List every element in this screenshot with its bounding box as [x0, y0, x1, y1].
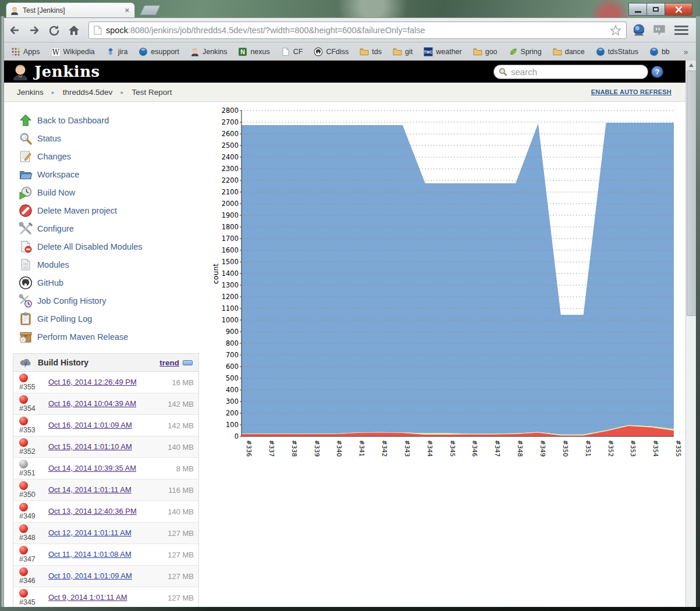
maximize-button[interactable] — [646, 3, 665, 16]
sidebar-item-job-config-history[interactable]: Job Config History — [19, 292, 205, 310]
folder-icon — [473, 47, 482, 56]
sidebar-item-perform-maven-release[interactable]: Perform Maven Release — [19, 328, 205, 346]
help-icon[interactable]: ? — [651, 66, 663, 78]
bookmark-item[interactable]: WWikipedia — [48, 46, 98, 58]
build-status-ball-icon[interactable] — [19, 481, 28, 490]
sidebar-item-build-now[interactable]: Build Now — [19, 183, 205, 201]
sidebar-item-back-to-dashboard[interactable]: Back to Dashboard — [19, 111, 205, 129]
build-status: #348 — [17, 524, 48, 542]
svg-text:TWC: TWC — [424, 50, 433, 54]
minimize-button[interactable] — [628, 3, 647, 16]
bookmarks-overflow-button[interactable]: » — [684, 47, 688, 56]
build-status-ball-icon[interactable] — [19, 567, 28, 576]
bookmark-item[interactable]: esupport — [136, 46, 182, 58]
build-date-link[interactable]: Oct 9, 2014 1:01:11 AM — [48, 593, 145, 602]
bookmark-item[interactable]: TWCweather — [421, 46, 464, 58]
enable-auto-refresh-link[interactable]: ENABLE AUTO REFRESH — [591, 88, 671, 95]
svg-text:700: 700 — [226, 351, 239, 359]
sidebar-item-github[interactable]: GitHub — [19, 273, 205, 292]
build-row: #347Oct 11, 2014 1:01:08 AM127 MB — [13, 544, 198, 566]
bookmark-label: dance — [565, 48, 585, 56]
svg-text:#351: #351 — [585, 440, 592, 457]
build-status-ball-icon[interactable] — [19, 503, 28, 511]
sidebar-item-delete-all-disabled-modules[interactable]: Delete All Disabled Modules — [19, 237, 205, 255]
build-number: #350 — [19, 491, 35, 499]
build-status-ball-icon[interactable] — [19, 395, 28, 404]
test-trend-chart[interactable]: 0100200300400500600700800900100011001200… — [211, 108, 683, 480]
chrome-menu-button[interactable] — [674, 24, 688, 36]
svg-text:1500: 1500 — [222, 258, 239, 266]
build-date-link[interactable]: Oct 14, 2014 1:01:11 AM — [48, 485, 145, 495]
build-status: #347 — [17, 546, 48, 563]
sidebar-item-delete-maven-project[interactable]: Delete Maven project — [19, 201, 205, 219]
bookmark-item[interactable]: git — [390, 46, 415, 58]
build-row: #350Oct 14, 2014 1:01:11 AM116 MB — [13, 479, 198, 501]
sphere-icon — [596, 47, 605, 56]
bookmark-item[interactable]: Nnexus — [235, 46, 272, 58]
search-icon — [499, 68, 507, 76]
build-status-ball-icon[interactable] — [19, 546, 28, 555]
sidebar-item-label: Workspace — [37, 170, 79, 179]
jenkins-brand[interactable]: Jenkins — [34, 63, 100, 80]
browser-tab[interactable]: Test [Jenkins] × — [6, 2, 135, 17]
bookmark-star-icon[interactable] — [610, 24, 621, 36]
extension-chat-icon[interactable] — [652, 23, 667, 38]
bookmark-item[interactable]: Apps — [8, 46, 43, 58]
build-date-link[interactable]: Oct 12, 2014 1:01:11 AM — [48, 528, 145, 538]
build-date-link[interactable]: Oct 11, 2014 1:01:08 AM — [48, 550, 145, 559]
folder-icon — [360, 47, 369, 56]
forward-button[interactable] — [26, 22, 43, 39]
search-box[interactable] — [493, 65, 648, 79]
bookmark-item[interactable]: CF — [278, 46, 306, 58]
home-button[interactable] — [65, 22, 83, 39]
sidebar-item-changes[interactable]: Changes — [19, 147, 205, 165]
build-date-link[interactable]: Oct 13, 2014 12:40:36 PM — [48, 507, 145, 516]
search-input[interactable] — [510, 66, 643, 77]
scrollbar-up-button[interactable] — [686, 61, 697, 70]
address-bar[interactable]: spock:8080/jenkins/job/thredds4.5dev/tes… — [88, 22, 627, 39]
bookmark-item[interactable]: CFdiss — [311, 46, 351, 58]
build-status-ball-icon[interactable] — [19, 438, 28, 447]
breadcrumb-item[interactable]: thredds4.5dev — [63, 88, 113, 97]
bookmark-item[interactable]: Spring — [506, 46, 545, 58]
build-date-link[interactable]: Oct 16, 2014 10:04:39 AM — [48, 399, 145, 408]
build-date-link[interactable]: Oct 14, 2014 10:39:35 AM — [48, 464, 145, 473]
sidebar-item-label: Perform Maven Release — [37, 332, 128, 342]
breadcrumb-item[interactable]: Jenkins — [17, 88, 44, 97]
sidebar-item-git-polling-log[interactable]: Git Polling Log — [19, 310, 205, 328]
new-tab-button[interactable] — [140, 5, 161, 15]
bookmark-item[interactable]: bb — [646, 46, 673, 58]
sidebar-item-configure[interactable]: Configure — [19, 219, 205, 237]
close-button[interactable] — [665, 3, 692, 16]
build-status-ball-icon[interactable] — [19, 417, 28, 425]
build-date-link[interactable]: Oct 16, 2014 1:01:09 AM — [48, 421, 145, 430]
scrollbar-thumb[interactable] — [687, 70, 697, 316]
build-status-ball-icon[interactable] — [19, 374, 28, 382]
bookmark-label: goo — [485, 48, 498, 56]
tab-close-icon[interactable]: × — [123, 6, 131, 15]
bookmark-item[interactable]: dance — [550, 46, 588, 58]
bookmark-item[interactable]: tds — [357, 46, 385, 58]
bookmark-item[interactable]: goo — [470, 46, 500, 58]
extension-globe-icon[interactable] — [631, 23, 646, 38]
bookmark-item[interactable]: jira — [103, 46, 131, 58]
bookmark-item[interactable]: tdsStatus — [593, 46, 641, 58]
sidebar-item-modules[interactable]: Modules — [19, 255, 205, 273]
back-button[interactable] — [6, 22, 23, 39]
build-date-link[interactable]: Oct 10, 2014 1:01:09 AM — [48, 571, 145, 581]
sidebar-item-workspace[interactable]: Workspace — [19, 165, 205, 183]
passed-area[interactable] — [241, 123, 674, 435]
build-date-link[interactable]: Oct 15, 2014 1:01:10 AM — [48, 442, 145, 452]
svg-text:1600: 1600 — [222, 246, 239, 254]
page-scrollbar — [685, 61, 697, 607]
breadcrumb-item[interactable]: Test Report — [132, 88, 172, 97]
build-status-ball-icon[interactable] — [19, 524, 28, 533]
bookmark-item[interactable]: Jenkins — [187, 46, 230, 58]
sidebar-item-status[interactable]: Status — [19, 129, 205, 147]
build-date-link[interactable]: Oct 16, 2014 12:26:49 PM — [48, 378, 145, 387]
reload-button[interactable] — [45, 22, 63, 39]
build-status-ball-icon[interactable] — [19, 460, 28, 468]
trend-link[interactable]: trend — [159, 358, 179, 367]
jenkins-logo-icon[interactable] — [11, 62, 30, 81]
build-status-ball-icon[interactable] — [19, 589, 28, 598]
